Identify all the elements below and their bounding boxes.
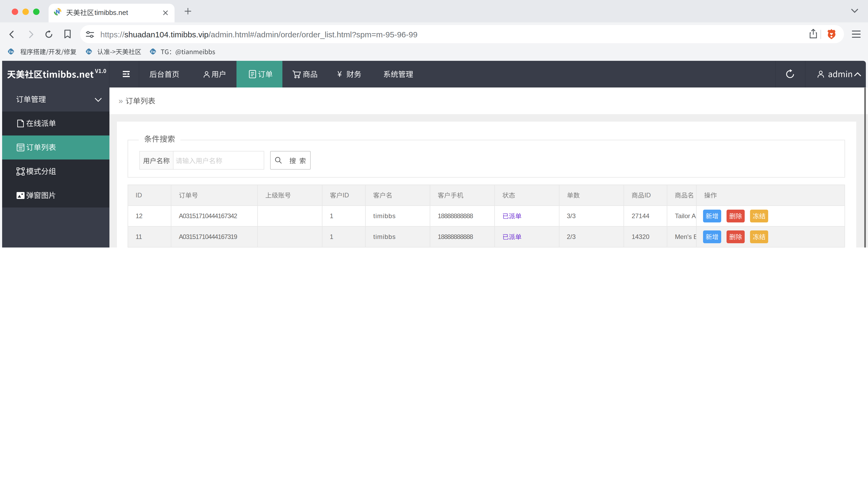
svg-text:Tm: Tm xyxy=(9,50,13,54)
svg-text:Tm: Tm xyxy=(86,50,91,54)
svg-text:Tm: Tm xyxy=(151,50,155,54)
